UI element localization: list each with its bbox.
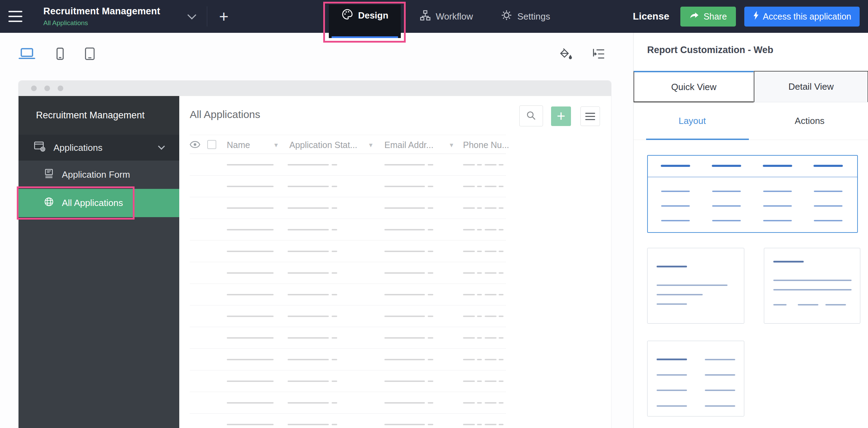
preview-line (763, 191, 792, 192)
skeleton-line (463, 381, 475, 382)
skeleton-line (227, 424, 274, 425)
skeleton-line (332, 402, 337, 404)
sidebar-item-all-applications[interactable]: All Applications (19, 189, 179, 217)
skeleton-line (428, 381, 433, 382)
menu-lines-icon[interactable] (580, 106, 600, 126)
preview-header-line (813, 165, 843, 167)
sidebar-item-applications[interactable]: Applications (19, 135, 179, 161)
skeleton-line (227, 316, 274, 317)
designer-tabs: Design Workflow Settings (329, 0, 550, 33)
preview-header-line (763, 165, 792, 167)
skeleton-line (227, 272, 274, 274)
subtab-actions[interactable]: Actions (751, 102, 868, 140)
skeleton-line (332, 294, 337, 295)
table-row[interactable] (190, 176, 506, 197)
skeleton-line (499, 337, 504, 339)
skeleton-line (463, 359, 475, 360)
search-button[interactable] (519, 105, 543, 126)
column-header-phone[interactable]: Phone Nu... (463, 140, 509, 150)
skeleton-line (477, 359, 482, 360)
table-row[interactable] (190, 219, 506, 241)
skeleton-line (227, 381, 274, 382)
theme-paint-icon[interactable] (559, 47, 573, 61)
preview-line (661, 220, 690, 221)
skeleton-line (227, 294, 274, 295)
skeleton-line (428, 186, 433, 187)
layout-option-card-list[interactable] (647, 248, 744, 324)
tab-quick-view[interactable]: Quick View (634, 71, 754, 102)
skeleton-line (477, 294, 482, 295)
table-row[interactable] (190, 392, 506, 414)
table-row[interactable] (190, 414, 506, 428)
skeleton-line (485, 294, 497, 295)
skeleton-line (463, 402, 475, 404)
sort-caret-icon[interactable]: ▾ (369, 141, 372, 149)
layout-structure-icon[interactable] (592, 48, 605, 61)
tab-design[interactable]: Design (329, 5, 401, 38)
layout-option-detail-card[interactable] (764, 248, 860, 324)
menu-icon[interactable] (8, 9, 24, 23)
layout-option-table[interactable] (647, 155, 858, 233)
sort-caret-icon[interactable]: ▾ (274, 141, 278, 149)
skeleton-line (288, 186, 329, 187)
subtab-layout[interactable]: Layout (634, 102, 751, 140)
form-icon (44, 168, 54, 181)
skeleton-line (227, 186, 274, 187)
sort-caret-icon[interactable]: ▾ (450, 141, 453, 149)
design-canvas: Recruitment Management Applications (0, 33, 633, 428)
skeleton-line (288, 229, 329, 230)
topbar: Recruitment Management All Applications … (0, 0, 868, 33)
table-row[interactable] (190, 327, 506, 349)
table-row[interactable] (190, 241, 506, 262)
applications-icon (34, 141, 46, 155)
skeleton-line (477, 164, 482, 165)
tab-quick-view-label: Quick View (671, 82, 717, 93)
chevron-down-icon[interactable] (187, 10, 196, 19)
table-row[interactable] (190, 305, 506, 327)
sidebar-item-application-form[interactable]: Application Form (19, 161, 179, 189)
skeleton-line (485, 164, 497, 165)
share-button[interactable]: Share (680, 7, 736, 27)
skeleton-line (499, 402, 504, 404)
preview-header-line (661, 165, 690, 167)
column-header-name[interactable]: Name (227, 140, 250, 150)
skeleton-line (332, 186, 337, 187)
select-all-checkbox[interactable] (207, 140, 216, 149)
tab-workflow[interactable]: Workflow (420, 10, 473, 23)
skeleton-line (499, 207, 504, 209)
skeleton-line (384, 359, 425, 360)
table-row[interactable] (190, 262, 506, 284)
skeleton-line (428, 164, 433, 165)
skeleton-line (428, 359, 433, 360)
add-record-button[interactable]: + (551, 106, 571, 126)
table-row[interactable] (190, 349, 506, 370)
column-header-application-status[interactable]: Application Stat... (289, 140, 357, 150)
laptop-icon[interactable] (18, 47, 36, 60)
panel-subtabs: Layout Actions (634, 102, 868, 140)
skeleton-line (332, 272, 337, 274)
skeleton-line (463, 316, 475, 317)
eye-icon[interactable] (190, 141, 200, 149)
new-component-button[interactable]: + (217, 8, 231, 24)
table-row[interactable] (190, 197, 506, 219)
skeleton-line (227, 337, 274, 339)
layout-option-two-column[interactable] (647, 341, 744, 416)
table-row[interactable] (190, 370, 506, 392)
tablet-icon[interactable] (85, 47, 95, 61)
tab-detail-view[interactable]: Detail View (754, 71, 868, 102)
skeleton-line (332, 381, 337, 382)
preview-line (705, 359, 735, 360)
skeleton-line (384, 251, 425, 252)
skeleton-line (428, 337, 433, 339)
phone-icon[interactable] (56, 47, 64, 60)
column-header-email[interactable]: Email Addr... (384, 140, 433, 150)
preview-line (773, 261, 804, 263)
skeleton-line (428, 424, 433, 425)
table-row[interactable] (190, 284, 506, 305)
access-application-button[interactable]: Access this application (744, 7, 860, 27)
skeleton-line (227, 164, 274, 165)
license-menu[interactable]: License (633, 11, 669, 22)
tab-settings[interactable]: Settings (501, 9, 550, 23)
skeleton-line (485, 316, 497, 317)
table-row[interactable] (190, 154, 506, 176)
